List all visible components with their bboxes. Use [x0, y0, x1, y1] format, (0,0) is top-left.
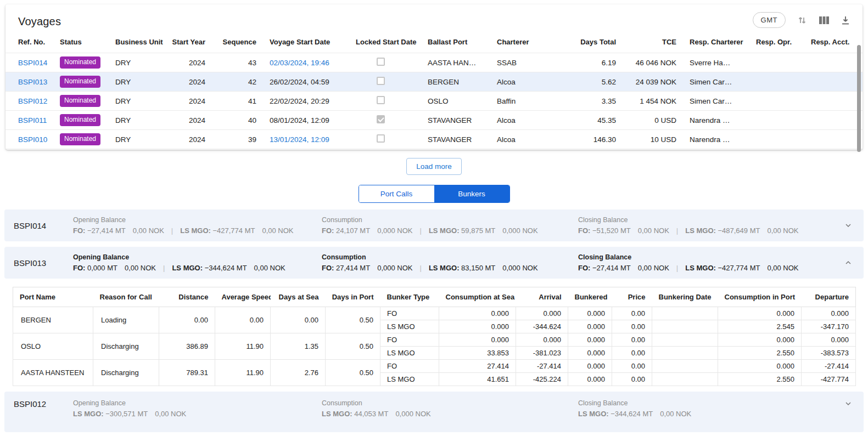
voyage-ref-link[interactable]: BSPI011: [18, 116, 47, 124]
locked-start-date-checkbox[interactable]: [377, 77, 385, 85]
voyage-ref-link[interactable]: BSPI012: [18, 97, 47, 105]
voyage-row[interactable]: BSPI010 Nominated DRY 2024 39 13/01/2024…: [5, 130, 863, 149]
balance-group: Closing Balance FO: −51,520 MT0,00 NOK|L…: [578, 216, 839, 235]
bunker-type-cell: LS MGO: [380, 347, 439, 360]
voyage-ref-link[interactable]: BSPI014: [18, 59, 47, 67]
ballast-port-cell: AASTA HAN…: [421, 53, 490, 72]
resp-opr-cell: [749, 53, 804, 72]
bunker-table: Port Name Reason for Call Distance Avera…: [13, 287, 856, 386]
voyage-ref-link[interactable]: BSPI013: [18, 78, 47, 86]
price-cell: 0.00: [612, 320, 652, 333]
fuel-balance: LS MGO: 59,875 MT: [429, 227, 495, 235]
arrival-cell: 0.000: [516, 307, 568, 320]
balance-group-title: Closing Balance: [578, 399, 839, 407]
bunker-details: Port Name Reason for Call Distance Avera…: [4, 279, 864, 386]
balance-group: Closing Balance LS MGO: −344,624 MT0,00 …: [578, 399, 839, 418]
locked-start-date-checkbox[interactable]: [377, 115, 385, 123]
fuel-balance: LS MGO: −427,774 MT: [180, 227, 255, 235]
tab-bunkers[interactable]: Bunkers: [434, 185, 509, 202]
locked-start-date-checkbox[interactable]: [377, 134, 385, 143]
balance-group: Consumption FO: 24,107 MT0,000 NOK|LS MG…: [322, 216, 578, 235]
days-total-cell: 5.62: [555, 72, 623, 92]
days-total-cell: 3.35: [555, 92, 623, 111]
bunkering-date-cell: [652, 360, 718, 373]
balance-group-title: Closing Balance: [578, 253, 839, 261]
chevron-down-icon[interactable]: [839, 399, 853, 408]
fuel-balance-nok: 0,000 NOK: [377, 264, 412, 272]
sequence-cell: 40: [212, 111, 263, 130]
voyages-table: Ref. No. Status Business Unit Start Year…: [5, 35, 863, 149]
fuel-balance: FO: 27,414 MT: [322, 264, 370, 272]
fuel-balance-nok: 0,00 NOK: [133, 227, 164, 235]
charterer-cell: Baffin: [490, 92, 555, 111]
voyage-start-date: 08/01/2024, 12:09: [270, 116, 329, 124]
chevron-down-icon[interactable]: [839, 221, 853, 230]
voyage-row[interactable]: BSPI012 Nominated DRY 2024 41 22/02/2024…: [5, 92, 863, 111]
days-total-cell: 45.35: [555, 111, 623, 130]
port-name-cell: AASTA HANSTEEN: [13, 360, 93, 386]
charterer-cell: Alcoa: [490, 130, 555, 149]
col-average-speed: Average Speed: [215, 287, 271, 307]
bunkering-date-cell: [652, 307, 718, 320]
voyage-ref-link[interactable]: BSPI010: [18, 135, 47, 144]
separator: |: [171, 227, 173, 235]
timezone-button[interactable]: GMT: [753, 12, 786, 28]
resp-acct-cell: [804, 72, 863, 92]
price-cell: 0.00: [612, 347, 652, 360]
port-name-cell: BERGEN: [13, 307, 93, 333]
resp-charterer-cell: Simen Car…: [683, 92, 749, 111]
balance-group: Opening Balance LS MGO: −300,571 MT0,00 …: [73, 399, 322, 418]
tab-port-calls[interactable]: Port Calls: [359, 185, 434, 202]
resp-acct-cell: [804, 130, 863, 149]
voyages-card: Voyages GMT: [5, 4, 863, 150]
fuel-balance-nok: 0,00 NOK: [155, 410, 186, 418]
bunker-section-header[interactable]: BSPI014 Opening Balance FO: −27,414 MT0,…: [4, 209, 864, 241]
days-at-sea-cell: 2.76: [271, 360, 326, 386]
bunker-section-header[interactable]: BSPI012 Opening Balance LS MGO: −300,571…: [4, 392, 864, 432]
bunker-type-cell: FO: [380, 360, 439, 373]
arrival-cell: -425.224: [516, 373, 568, 386]
voyage-start-date: 26/02/2024, 04:59: [270, 78, 329, 86]
voyage-row[interactable]: BSPI011 Nominated DRY 2024 40 08/01/2024…: [5, 111, 863, 130]
columns-icon[interactable]: [819, 15, 830, 25]
bunkered-cell: 0.000: [568, 347, 612, 360]
days-total-cell: 6.19: [555, 53, 623, 72]
arrival-cell: 0.000: [516, 333, 568, 347]
reason-cell: Discharging: [93, 360, 159, 386]
days-in-port-cell: 0.50: [326, 307, 380, 333]
separator: |: [676, 227, 678, 235]
vertical-scrollbar[interactable]: [857, 45, 861, 152]
consumption-at-sea-cell: 0.000: [439, 333, 516, 347]
col-consumption-in-port: Consumption in Port: [718, 287, 802, 307]
locked-start-date-checkbox[interactable]: [377, 58, 385, 66]
consumption-at-sea-cell: 0.000: [439, 320, 516, 333]
download-icon[interactable]: [841, 15, 850, 25]
bunker-table-body: BERGENLoading0.000.000.000.50FO0.0000.00…: [13, 307, 856, 386]
resp-acct-cell: [804, 92, 863, 111]
col-charterer: Charterer: [490, 35, 555, 53]
locked-start-date-checkbox[interactable]: [377, 96, 385, 104]
bunker-row: OSLODischarging386.8911.901.350.50FO0.00…: [13, 333, 856, 347]
charterer-cell: SSAB: [490, 53, 555, 72]
load-more-button[interactable]: Load more: [406, 158, 462, 175]
voyage-row[interactable]: BSPI014 Nominated DRY 2024 43 02/03/2024…: [5, 53, 863, 72]
fuel-balance: LS MGO: 44,053 MT: [322, 410, 388, 418]
avg-speed-cell: 0.00: [215, 307, 271, 333]
business-unit-cell: DRY: [109, 92, 164, 111]
page-title: Voyages: [18, 15, 863, 28]
tce-cell: 10 USD: [623, 130, 683, 149]
consumption-in-port-cell: 2.550: [718, 347, 802, 360]
distance-cell: 789.31: [159, 360, 215, 386]
balance-values: LS MGO: 44,053 MT0,000 NOK: [322, 410, 578, 418]
sort-icon[interactable]: [797, 15, 808, 26]
tce-cell: 46 046 NOK: [623, 53, 683, 72]
resp-acct-cell: [804, 53, 863, 72]
col-ballast-port: Ballast Port: [421, 35, 490, 53]
section-bspi012: BSPI012 Opening Balance LS MGO: −300,571…: [4, 392, 864, 432]
chevron-up-icon[interactable]: [839, 258, 853, 267]
separator: |: [419, 264, 421, 272]
bunker-section-header[interactable]: BSPI013 Opening Balance FO: 0,000 MT0,00…: [4, 247, 864, 279]
resp-charterer-cell: Narendra …: [683, 130, 749, 149]
voyage-row[interactable]: BSPI013 Nominated DRY 2024 42 26/02/2024…: [5, 72, 863, 92]
toolbar: GMT: [753, 12, 850, 28]
